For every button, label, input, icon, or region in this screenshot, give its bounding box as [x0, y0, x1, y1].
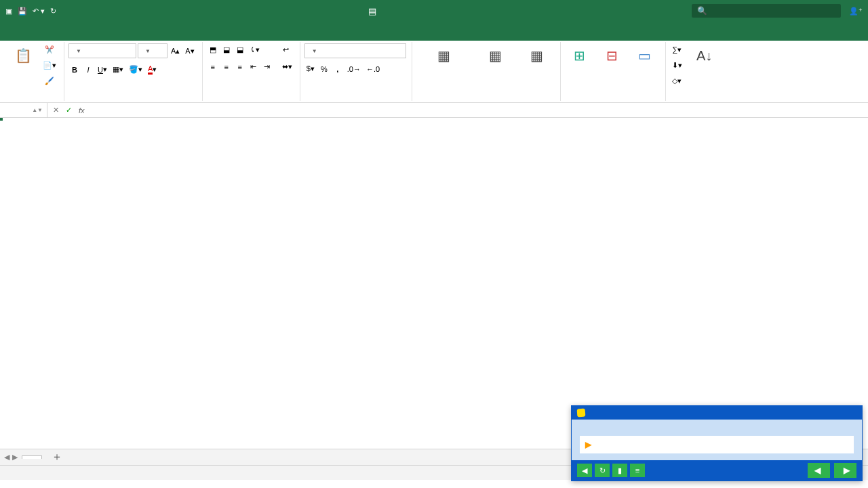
percent-icon[interactable]: % [318, 63, 330, 75]
name-box[interactable]: ▲▼ [0, 103, 47, 117]
window-controls-icon[interactable]: ▣ [5, 7, 12, 16]
formula-input[interactable] [92, 106, 363, 115]
increase-decimal-icon[interactable]: .0→ [345, 63, 363, 75]
border-button[interactable]: ▦▾ [111, 63, 125, 76]
bold-button[interactable]: B [68, 64, 81, 76]
wrap-text-button[interactable]: ↩ [280, 43, 292, 56]
tutorial-instruction: ▶ [580, 436, 854, 453]
redo-icon[interactable]: ↻ [50, 7, 56, 16]
currency-icon[interactable]: $▾ [304, 62, 317, 75]
orientation-icon[interactable]: ⤹▾ [248, 43, 262, 56]
prev-sheet-icon[interactable]: ◀ [4, 453, 9, 462]
sort-filter-button[interactable]: A↓ [687, 43, 722, 69]
format-icon: ▭ [634, 45, 656, 66]
merge-center-button[interactable]: ⬌ ▾ [280, 60, 294, 73]
alignment-group: ⬒ ⬓ ⬓ ⤹▾ ≡ ≡ ≡ ⇤ ⇥ ↩ ⬌ ▾ [203, 42, 300, 101]
insert-button[interactable]: ⊞ [565, 43, 595, 69]
conditional-formatting-icon: ▦ [433, 45, 455, 66]
align-left-icon[interactable]: ≡ [207, 61, 219, 73]
align-bottom-icon[interactable]: ⬓ [234, 43, 246, 56]
tutor-menu-icon[interactable]: ≡ [630, 464, 645, 477]
copy-icon[interactable]: 📄▾ [41, 59, 58, 72]
table-icon: ▦ [485, 45, 507, 66]
comma-icon[interactable]: , [332, 63, 344, 75]
decrease-font-icon[interactable]: A▾ [183, 45, 196, 58]
tutorial-body [572, 428, 862, 436]
delete-icon: ⊟ [601, 45, 623, 66]
tutor-next-button[interactable]: ▶ [834, 463, 856, 478]
number-format-combo[interactable]: ▼ [304, 43, 406, 58]
increase-font-icon[interactable]: A▴ [169, 45, 182, 58]
format-painter-icon[interactable]: 🖌️ [41, 75, 58, 87]
selection-outline [0, 118, 3, 121]
fill-color-button[interactable]: 🪣▾ [127, 63, 144, 76]
align-right-icon[interactable]: ≡ [234, 61, 246, 73]
clear-icon[interactable]: ◇▾ [670, 75, 684, 87]
ribbon-tabs [0, 22, 868, 41]
tutor-bookmark-icon[interactable]: ▮ [612, 464, 627, 477]
increase-indent-icon[interactable]: ⇥ [261, 60, 273, 73]
add-sheet-icon[interactable]: ＋ [46, 450, 68, 464]
insert-icon: ⊞ [569, 45, 591, 66]
italic-button[interactable]: I [82, 64, 94, 76]
format-as-table-button[interactable]: ▦ [475, 43, 517, 69]
styles-icon: ▦ [526, 45, 548, 66]
underline-button[interactable]: U▾ [96, 63, 109, 76]
number-group: ▼ $▾ % , .0→ ←.0 [300, 42, 412, 101]
tutor-replay-icon[interactable]: ↻ [595, 464, 610, 477]
titlebar: ▣ 💾 ↶ ▾ ↻ ▤ 🔍 👤⁺ [0, 0, 868, 22]
play-icon: ▶ [585, 440, 591, 449]
tutorial-logo [577, 409, 586, 418]
font-name-combo[interactable]: ▼ [68, 43, 136, 58]
fx-icon[interactable]: fx [79, 106, 85, 115]
align-center-icon[interactable]: ≡ [220, 61, 233, 73]
share-icon[interactable]: 👤⁺ [849, 7, 863, 16]
ribbon: 📋 ✂️ 📄▾ 🖌️ ▼ ▼ A▴ A▾ B I U▾ ▦▾ [0, 41, 868, 103]
cells-group: ⊞ ⊟ ▭ [561, 42, 666, 101]
undo-icon[interactable]: ↶ ▾ [33, 7, 45, 16]
search-box[interactable]: 🔍 [692, 4, 841, 18]
autosum-icon[interactable]: ∑▾ [670, 43, 684, 56]
search-icon: 🔍 [697, 6, 707, 16]
format-button[interactable]: ▭ [630, 43, 660, 69]
tutor-prev-icon[interactable]: ◀ [577, 464, 592, 477]
excel-doc-icon: ▤ [368, 6, 376, 16]
fill-icon[interactable]: ⬇▾ [670, 59, 684, 72]
sheet-tab[interactable] [22, 455, 42, 459]
save-icon[interactable]: 💾 [18, 7, 27, 16]
font-size-combo[interactable]: ▼ [138, 43, 167, 58]
clipboard-group: 📋 ✂️ 📄▾ 🖌️ [4, 42, 64, 101]
sort-icon: A↓ [694, 45, 715, 66]
cut-icon[interactable]: ✂️ [41, 43, 58, 56]
styles-group: ▦ ▦ ▦ [412, 42, 561, 101]
spreadsheet-grid[interactable] [0, 118, 868, 449]
decrease-decimal-icon[interactable]: ←.0 [364, 63, 382, 75]
cancel-icon[interactable]: ✕ [53, 106, 59, 115]
align-top-icon[interactable]: ⬒ [207, 43, 219, 56]
cell-styles-button[interactable]: ▦ [519, 43, 555, 69]
font-group: ▼ ▼ A▴ A▾ B I U▾ ▦▾ 🪣▾ A▾ [64, 42, 203, 101]
document-title: ▤ [56, 6, 692, 16]
next-sheet-icon[interactable]: ▶ [12, 453, 18, 462]
enter-icon[interactable]: ✓ [66, 106, 72, 115]
decrease-indent-icon[interactable]: ⇤ [248, 60, 260, 73]
align-middle-icon[interactable]: ⬓ [220, 43, 233, 56]
formula-bar: ▲▼ ✕ ✓ fx [0, 103, 868, 118]
conditional-formatting-button[interactable]: ▦ [416, 43, 472, 69]
paste-icon: 📋 [12, 45, 34, 66]
tutorial-panel: ▶ ◀ ↻ ▮ ≡ ◀ ▶ [571, 405, 863, 481]
editing-group: ∑▾ ⬇▾ ◇▾ A↓ [666, 42, 728, 101]
tutor-back-button[interactable]: ◀ [808, 463, 830, 478]
font-color-button[interactable]: A▾ [146, 62, 159, 77]
paste-button[interactable]: 📋 [8, 43, 38, 69]
delete-button[interactable]: ⊟ [597, 43, 627, 69]
